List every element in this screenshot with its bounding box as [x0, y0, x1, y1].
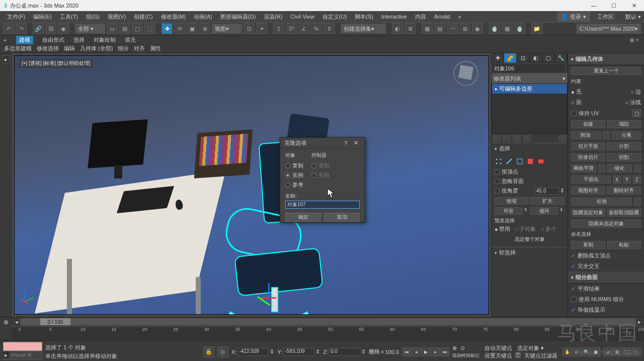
undo-button[interactable]: ↶	[3, 23, 14, 34]
loop-spinner[interactable]: ⇕	[559, 207, 565, 215]
select-by-name-button[interactable]: ▤	[119, 23, 130, 34]
keyfilter-button[interactable]: 关键点过滤器	[522, 352, 559, 359]
signin-button[interactable]: 👤 登录 ▾	[557, 12, 590, 22]
redo-button[interactable]: ↷	[16, 23, 27, 34]
angle-value[interactable]: 45.0	[535, 188, 559, 195]
selkey-dropdown[interactable]: 选定对象 ▾	[515, 344, 546, 351]
make-unique-button[interactable]	[513, 135, 521, 142]
use-nurms-checkbox[interactable]	[571, 297, 577, 302]
object-copy-radio[interactable]: 复制	[285, 161, 303, 170]
minimize-button[interactable]: —	[584, 0, 604, 11]
quickslice-button[interactable]: 快速切片	[571, 153, 605, 161]
hide-unselected-button[interactable]: 隐藏未选定对象	[571, 220, 641, 228]
scene-explorer-toggle[interactable]: ▸	[2, 55, 10, 63]
detach-button[interactable]: 分离	[612, 131, 641, 139]
subobj-border-icon[interactable]	[516, 157, 524, 165]
time-slider[interactable]: 0 / 100	[20, 318, 636, 325]
align-button[interactable]: ≣	[405, 23, 416, 34]
render-button[interactable]: 🍵	[514, 23, 525, 34]
subobj-vertex-icon[interactable]	[495, 157, 503, 165]
schematic-button[interactable]: ⊞	[459, 23, 470, 34]
menu-civilview[interactable]: Civil View	[286, 11, 318, 22]
split-button[interactable]: 分割	[607, 142, 641, 150]
subobj-polygon-icon[interactable]	[526, 157, 534, 165]
menu-views[interactable]: 视图(V)	[104, 11, 130, 22]
snap-3d-button[interactable]: 3ᴰ	[286, 23, 297, 34]
constraint-edge-radio[interactable]: ○ 边	[630, 88, 641, 96]
constraint-face-radio[interactable]: ○ 面	[571, 99, 582, 106]
planarize-button[interactable]: 平面化	[571, 175, 611, 184]
ribbon-modify-sel[interactable]: 修改选择	[37, 45, 59, 52]
planar-x-button[interactable]: X	[613, 175, 621, 184]
scale-button[interactable]: ▣	[187, 23, 198, 34]
ribbon-tab-freeform[interactable]: 自由形式	[42, 36, 64, 44]
coord-y-value[interactable]: -583.109	[283, 348, 314, 356]
section-subdiv-surface[interactable]: 细分曲面	[568, 272, 644, 284]
clone-name-input[interactable]	[285, 201, 360, 209]
placement-button[interactable]: ⊕	[199, 23, 210, 34]
percent-snap-button[interactable]: %	[311, 23, 322, 34]
ok-button[interactable]: 确定	[285, 213, 321, 222]
ribbon-toggle-icon[interactable]: ▸	[4, 37, 7, 43]
preview-multi-radio[interactable]: ○ 多个	[541, 225, 556, 233]
angle-snap-button[interactable]: ∠	[298, 23, 309, 34]
relax-settings[interactable]	[634, 198, 641, 206]
time-slider-prev[interactable]: ◂	[15, 319, 18, 325]
dialog-close-button[interactable]: ✕	[351, 140, 361, 146]
paste-sel-button[interactable]: 粘贴	[607, 241, 641, 249]
menu-create[interactable]: 创建(C)	[130, 11, 156, 22]
ribbon-tab-objectpaint[interactable]: 对象绘制	[94, 36, 116, 44]
preserve-uv-checkbox[interactable]	[571, 111, 577, 116]
collapse-button[interactable]: 塌陷	[607, 120, 641, 128]
project-path[interactable]: C:\Users\*** Max 2020 ▾	[577, 24, 641, 34]
delete-iso-checkbox[interactable]: 删除孤立顶点	[578, 252, 611, 259]
time-slider-thumb[interactable]: 0 / 100	[40, 318, 70, 325]
subobj-edge-icon[interactable]	[505, 157, 513, 165]
menu-grapheditors[interactable]: 图形编辑器(D)	[216, 11, 260, 22]
object-instance-radio[interactable]: 实例	[285, 170, 303, 180]
select-button[interactable]: ▭	[107, 23, 118, 34]
menu-customize[interactable]: 自定义(U)	[318, 11, 351, 22]
attach-button[interactable]: 附加	[571, 131, 601, 139]
rect-region-button[interactable]: ▢	[132, 23, 143, 34]
subobj-element-icon[interactable]	[537, 157, 545, 165]
spinner-snap-button[interactable]: ⇕	[324, 23, 335, 34]
configure-sets-button[interactable]	[558, 135, 567, 142]
tab-hierarchy[interactable]: ⊡	[517, 53, 529, 63]
bind-button[interactable]: ◉	[58, 23, 69, 34]
tab-motion[interactable]: ◐	[530, 53, 542, 63]
constraint-none-radio[interactable]: ● 无	[571, 88, 582, 96]
unhide-all-button[interactable]: 全部取消隐藏	[607, 209, 641, 217]
object-reference-radio[interactable]: 参考	[285, 180, 303, 190]
view-align-button[interactable]: 视图对齐	[571, 187, 605, 195]
flip-align-button[interactable]: 翻转对齐	[607, 187, 641, 195]
close-button[interactable]: ✕	[624, 0, 644, 11]
maximize-button[interactable]: ☐	[604, 0, 624, 11]
viewcube[interactable]	[453, 61, 478, 86]
dialog-title-bar[interactable]: 克隆选项 ? ✕	[280, 138, 365, 149]
menu-interactive[interactable]: Interactive	[377, 11, 411, 22]
move-gizmo[interactable]	[261, 287, 281, 307]
cut-button[interactable]: 切割	[607, 153, 641, 161]
move-button[interactable]: ✥	[162, 23, 173, 34]
status-color-box[interactable]	[3, 342, 42, 351]
menu-rendering[interactable]: 渲染(R)	[260, 11, 286, 22]
tab-utilities[interactable]: 🔧	[555, 53, 568, 63]
repeat-last-button[interactable]: 重复上一个	[571, 67, 641, 75]
isoline-display-checkbox[interactable]: 等值线显示	[578, 306, 605, 314]
open-file-button[interactable]: 📁	[531, 23, 542, 34]
msmooth-settings[interactable]	[598, 164, 605, 172]
ribbon-geometry[interactable]: 几何体 (全部)	[80, 45, 113, 52]
menu-modifiers[interactable]: 修改器(M)	[157, 11, 190, 22]
prev-frame-button[interactable]: ◂	[412, 347, 421, 356]
section-edit-geometry[interactable]: 编辑几何体	[568, 53, 644, 65]
menu-arnold[interactable]: Arnold	[430, 11, 454, 22]
time-config-button[interactable]: ⊙	[460, 345, 467, 352]
rollout-header-selection[interactable]: 选择	[492, 143, 568, 154]
smooth-result-checkbox[interactable]: 平滑结果	[578, 285, 600, 293]
menu-group[interactable]: 组(G)	[82, 11, 104, 22]
menu-overflow[interactable]: »	[454, 11, 465, 22]
workspace-dropdown[interactable]: 默认 ▾	[622, 13, 644, 21]
toggle-ribbon-button[interactable]: ▤	[434, 23, 445, 34]
ribbon-subdiv[interactable]: 细分	[118, 45, 129, 52]
